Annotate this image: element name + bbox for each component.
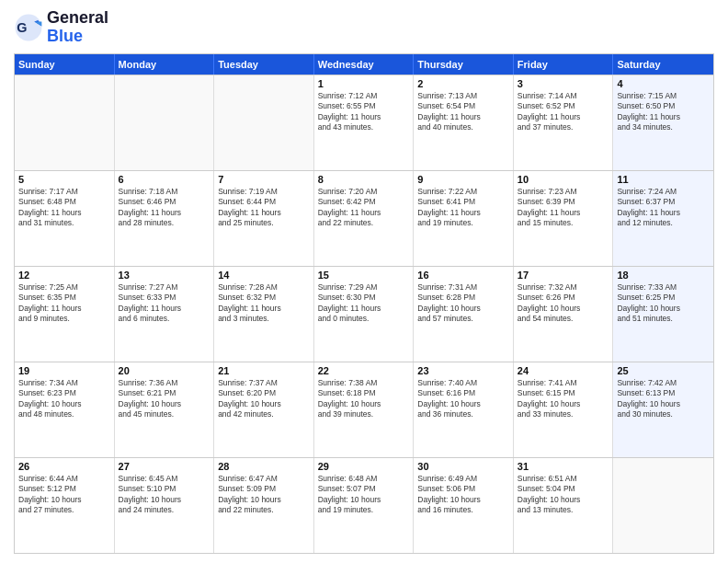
day-number: 24 — [518, 365, 609, 376]
day-number: 20 — [119, 365, 210, 376]
cal-header-cell-sunday: Sunday — [15, 54, 115, 75]
day-number: 4 — [617, 78, 710, 89]
logo: G General Blue — [14, 9, 108, 46]
logo-general: General — [47, 9, 108, 28]
day-number: 28 — [218, 461, 310, 472]
cal-header-cell-monday: Monday — [115, 54, 215, 75]
day-info: Sunrise: 6:44 AM Sunset: 5:12 PM Dayligh… — [18, 474, 110, 516]
day-info: Sunrise: 7:23 AM Sunset: 6:39 PM Dayligh… — [518, 187, 609, 229]
cal-cell-day-10: 10Sunrise: 7:23 AM Sunset: 6:39 PM Dayli… — [514, 171, 614, 266]
day-number: 8 — [318, 174, 410, 185]
day-info: Sunrise: 7:36 AM Sunset: 6:21 PM Dayligh… — [119, 378, 210, 420]
header: G General Blue — [14, 9, 714, 46]
cal-cell-day-20: 20Sunrise: 7:36 AM Sunset: 6:21 PM Dayli… — [115, 362, 215, 457]
logo-icon: G — [14, 13, 43, 42]
cal-cell-day-15: 15Sunrise: 7:29 AM Sunset: 6:30 PM Dayli… — [314, 267, 415, 362]
day-info: Sunrise: 6:49 AM Sunset: 5:06 PM Dayligh… — [417, 474, 509, 516]
cal-cell-empty — [613, 458, 713, 553]
day-number: 22 — [318, 365, 410, 376]
day-info: Sunrise: 7:33 AM Sunset: 6:25 PM Dayligh… — [617, 282, 710, 325]
cal-cell-day-29: 29Sunrise: 6:48 AM Sunset: 5:07 PM Dayli… — [314, 458, 415, 553]
cal-cell-day-1: 1Sunrise: 7:12 AM Sunset: 6:55 PM Daylig… — [314, 75, 415, 170]
svg-text:G: G — [17, 20, 27, 35]
day-number: 12 — [18, 270, 110, 281]
cal-cell-day-12: 12Sunrise: 7:25 AM Sunset: 6:35 PM Dayli… — [15, 267, 115, 362]
day-number: 21 — [218, 365, 310, 376]
day-info: Sunrise: 7:20 AM Sunset: 6:42 PM Dayligh… — [318, 187, 410, 229]
day-info: Sunrise: 7:15 AM Sunset: 6:50 PM Dayligh… — [617, 91, 710, 133]
day-info: Sunrise: 7:37 AM Sunset: 6:20 PM Dayligh… — [218, 378, 310, 420]
calendar-body: 1Sunrise: 7:12 AM Sunset: 6:55 PM Daylig… — [15, 75, 713, 553]
day-number: 15 — [318, 270, 410, 281]
day-number: 16 — [417, 270, 509, 281]
logo-blue: Blue — [47, 28, 108, 46]
cal-cell-day-8: 8Sunrise: 7:20 AM Sunset: 6:42 PM Daylig… — [314, 171, 415, 266]
day-number: 14 — [218, 270, 310, 281]
cal-cell-day-28: 28Sunrise: 6:47 AM Sunset: 5:09 PM Dayli… — [214, 458, 314, 553]
cal-header-cell-wednesday: Wednesday — [314, 54, 415, 75]
cal-cell-empty — [15, 75, 115, 170]
cal-cell-day-30: 30Sunrise: 6:49 AM Sunset: 5:06 PM Dayli… — [414, 458, 514, 553]
cal-week-4: 19Sunrise: 7:34 AM Sunset: 6:23 PM Dayli… — [15, 362, 713, 457]
cal-cell-day-4: 4Sunrise: 7:15 AM Sunset: 6:50 PM Daylig… — [613, 75, 713, 170]
day-number: 10 — [518, 174, 609, 185]
cal-week-5: 26Sunrise: 6:44 AM Sunset: 5:12 PM Dayli… — [15, 457, 713, 553]
cal-header-cell-saturday: Saturday — [613, 54, 713, 75]
day-info: Sunrise: 7:41 AM Sunset: 6:15 PM Dayligh… — [518, 378, 609, 420]
day-number: 11 — [617, 174, 710, 185]
day-info: Sunrise: 7:12 AM Sunset: 6:55 PM Dayligh… — [318, 91, 410, 133]
day-number: 31 — [518, 461, 609, 472]
cal-cell-day-14: 14Sunrise: 7:28 AM Sunset: 6:32 PM Dayli… — [214, 267, 314, 362]
day-number: 25 — [617, 365, 710, 376]
day-info: Sunrise: 7:18 AM Sunset: 6:46 PM Dayligh… — [119, 187, 210, 229]
day-number: 23 — [417, 365, 509, 376]
day-info: Sunrise: 7:17 AM Sunset: 6:48 PM Dayligh… — [18, 187, 110, 229]
cal-cell-day-3: 3Sunrise: 7:14 AM Sunset: 6:52 PM Daylig… — [514, 75, 614, 170]
day-number: 13 — [119, 270, 210, 281]
day-info: Sunrise: 7:40 AM Sunset: 6:16 PM Dayligh… — [417, 378, 509, 420]
day-info: Sunrise: 6:51 AM Sunset: 5:04 PM Dayligh… — [518, 474, 609, 516]
day-info: Sunrise: 7:32 AM Sunset: 6:26 PM Dayligh… — [518, 282, 609, 325]
cal-cell-empty — [214, 75, 314, 170]
cal-cell-day-9: 9Sunrise: 7:22 AM Sunset: 6:41 PM Daylig… — [414, 171, 514, 266]
day-number: 7 — [218, 174, 310, 185]
day-info: Sunrise: 7:27 AM Sunset: 6:33 PM Dayligh… — [119, 282, 210, 325]
cal-cell-day-27: 27Sunrise: 6:45 AM Sunset: 5:10 PM Dayli… — [115, 458, 215, 553]
cal-cell-day-11: 11Sunrise: 7:24 AM Sunset: 6:37 PM Dayli… — [613, 171, 713, 266]
day-info: Sunrise: 7:29 AM Sunset: 6:30 PM Dayligh… — [318, 282, 410, 325]
cal-cell-day-5: 5Sunrise: 7:17 AM Sunset: 6:48 PM Daylig… — [15, 171, 115, 266]
day-number: 18 — [617, 270, 710, 281]
day-number: 30 — [417, 461, 509, 472]
cal-cell-day-16: 16Sunrise: 7:31 AM Sunset: 6:28 PM Dayli… — [414, 267, 514, 362]
day-info: Sunrise: 7:14 AM Sunset: 6:52 PM Dayligh… — [518, 91, 609, 133]
day-number: 3 — [518, 78, 609, 89]
day-number: 19 — [18, 365, 110, 376]
day-info: Sunrise: 7:31 AM Sunset: 6:28 PM Dayligh… — [417, 282, 509, 325]
day-info: Sunrise: 6:47 AM Sunset: 5:09 PM Dayligh… — [218, 474, 310, 516]
cal-week-2: 5Sunrise: 7:17 AM Sunset: 6:48 PM Daylig… — [15, 170, 713, 266]
calendar-header-row: SundayMondayTuesdayWednesdayThursdayFrid… — [15, 54, 713, 75]
day-number: 1 — [318, 78, 410, 89]
cal-cell-day-13: 13Sunrise: 7:27 AM Sunset: 6:33 PM Dayli… — [115, 267, 215, 362]
calendar: SundayMondayTuesdayWednesdayThursdayFrid… — [14, 53, 714, 554]
cal-header-cell-tuesday: Tuesday — [214, 54, 314, 75]
cal-week-1: 1Sunrise: 7:12 AM Sunset: 6:55 PM Daylig… — [15, 75, 713, 170]
day-info: Sunrise: 7:34 AM Sunset: 6:23 PM Dayligh… — [18, 378, 110, 420]
cal-cell-day-31: 31Sunrise: 6:51 AM Sunset: 5:04 PM Dayli… — [514, 458, 614, 553]
day-number: 9 — [417, 174, 509, 185]
cal-week-3: 12Sunrise: 7:25 AM Sunset: 6:35 PM Dayli… — [15, 266, 713, 362]
day-number: 27 — [119, 461, 210, 472]
day-number: 6 — [119, 174, 210, 185]
day-number: 17 — [518, 270, 609, 281]
cal-cell-day-25: 25Sunrise: 7:42 AM Sunset: 6:13 PM Dayli… — [613, 362, 713, 457]
day-number: 2 — [417, 78, 509, 89]
cal-cell-day-17: 17Sunrise: 7:32 AM Sunset: 6:26 PM Dayli… — [514, 267, 614, 362]
cal-cell-day-21: 21Sunrise: 7:37 AM Sunset: 6:20 PM Dayli… — [214, 362, 314, 457]
day-info: Sunrise: 7:19 AM Sunset: 6:44 PM Dayligh… — [218, 187, 310, 229]
day-info: Sunrise: 7:28 AM Sunset: 6:32 PM Dayligh… — [218, 282, 310, 325]
cal-header-cell-thursday: Thursday — [414, 54, 514, 75]
day-info: Sunrise: 7:13 AM Sunset: 6:54 PM Dayligh… — [417, 91, 509, 133]
day-info: Sunrise: 6:45 AM Sunset: 5:10 PM Dayligh… — [119, 474, 210, 516]
cal-cell-day-2: 2Sunrise: 7:13 AM Sunset: 6:54 PM Daylig… — [414, 75, 514, 170]
cal-cell-day-18: 18Sunrise: 7:33 AM Sunset: 6:25 PM Dayli… — [613, 267, 713, 362]
